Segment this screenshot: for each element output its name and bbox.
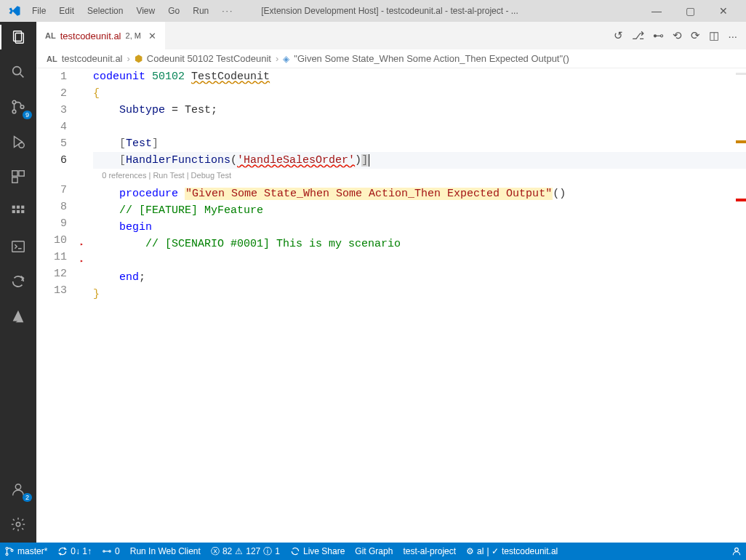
breadcrumb-lang: AL — [47, 55, 57, 63]
breadcrumb-symbol-codeunit[interactable]: Codeunit 50102 TestCodeunit — [147, 53, 271, 64]
svg-rect-17 — [21, 210, 24, 213]
menu-view[interactable]: View — [130, 3, 161, 19]
share-icon[interactable] — [9, 272, 28, 291]
menu-edit[interactable]: Edit — [53, 3, 80, 19]
tab-filename: testcodeunit.al — [60, 31, 121, 41]
explorer-icon[interactable] — [9, 28, 28, 47]
svg-rect-14 — [21, 206, 24, 209]
editor-actions: ↺ ⎇ ⊷ ⟲ ⟳ ◫ ··· — [614, 22, 746, 49]
extensions-icon[interactable] — [9, 167, 28, 186]
maximize-button[interactable]: ▢ — [673, 5, 707, 17]
svg-point-27 — [735, 548, 739, 551]
minimap-overview[interactable] — [736, 68, 746, 204]
timeline-icon[interactable]: ↺ — [614, 29, 623, 42]
menu-file[interactable]: File — [26, 3, 52, 19]
svg-rect-11 — [12, 177, 17, 183]
svg-point-2 — [13, 67, 21, 75]
status-run-web-client[interactable]: Run In Web Client — [130, 546, 201, 556]
activity-bar: 9 2 — [0, 22, 36, 543]
method-icon: ◈ — [283, 54, 289, 64]
svg-rect-13 — [17, 206, 20, 209]
svg-point-8 — [19, 143, 24, 148]
svg-point-4 — [12, 100, 16, 104]
menu-run[interactable]: Run — [187, 3, 214, 19]
branch-icon[interactable]: ⎇ — [632, 29, 644, 42]
svg-point-21 — [6, 547, 8, 549]
window-controls: — ▢ ✕ — [640, 5, 740, 17]
fold-gutter: ▸ ▸ — [80, 68, 93, 543]
editor-pane: AL testcodeunit.al 2, M ✕ ↺ ⎇ ⊷ ⟲ ⟳ ◫ ··… — [36, 22, 746, 543]
menubar: File Edit Selection View Go Run ··· — [26, 3, 239, 19]
breadcrumb-symbol-method[interactable]: "Given Some State_When Some Action_Then … — [294, 53, 569, 64]
accounts-icon[interactable]: 2 — [9, 480, 28, 499]
status-branch[interactable]: master* — [4, 546, 47, 556]
accounts-badge: 2 — [23, 493, 32, 502]
svg-rect-16 — [17, 210, 20, 213]
class-icon: ⬢ — [135, 53, 143, 64]
search-icon[interactable] — [9, 63, 28, 81]
more-actions-icon[interactable]: ··· — [728, 30, 737, 42]
breadcrumb-file[interactable]: testcodeunit.al — [62, 53, 123, 64]
split-editor-icon[interactable]: ◫ — [709, 29, 719, 42]
source-control-icon[interactable]: 9 — [9, 97, 28, 116]
svg-point-25 — [109, 551, 111, 552]
status-problems[interactable]: ⓧ82 ⚠127 ⓘ1 — [211, 545, 280, 558]
svg-rect-10 — [19, 171, 24, 176]
status-language[interactable]: ⚙ al | ✓ testcodeunit.al — [466, 546, 558, 556]
terminal-icon[interactable] — [9, 237, 28, 256]
svg-rect-18 — [12, 241, 25, 252]
next-change-icon[interactable]: ⟳ — [691, 29, 700, 42]
codelens-debug-test[interactable]: Debug Test — [191, 171, 231, 180]
close-button[interactable]: ✕ — [707, 5, 740, 17]
svg-rect-9 — [12, 171, 17, 176]
codelens-references[interactable]: 0 references — [102, 171, 146, 180]
status-feedback-icon[interactable] — [731, 546, 742, 556]
svg-point-22 — [6, 553, 8, 556]
grid-icon[interactable] — [9, 202, 28, 221]
svg-rect-12 — [12, 206, 15, 209]
menu-go[interactable]: Go — [162, 3, 185, 19]
gear-icon: ⚙ — [466, 546, 474, 556]
tab-testcodeunit[interactable]: AL testcodeunit.al 2, M ✕ — [36, 22, 165, 49]
svg-point-23 — [11, 549, 13, 551]
code-editor[interactable]: 123456 78910111213 ▸ ▸ codeunit 50102 Te… — [36, 68, 746, 543]
azure-icon[interactable] — [9, 307, 28, 326]
compare-icon[interactable]: ⊷ — [653, 29, 664, 42]
code-content[interactable]: codeunit 50102 TestCodeunit { Subtype = … — [93, 68, 746, 543]
status-git-graph[interactable]: Git Graph — [355, 546, 393, 556]
status-sync[interactable]: 0↓ 1↑ — [57, 546, 92, 556]
svg-point-24 — [103, 551, 105, 552]
error-icon: ⓧ — [211, 545, 220, 558]
status-project[interactable]: test-al-project — [403, 546, 456, 556]
svg-line-3 — [20, 74, 24, 78]
breadcrumb[interactable]: AL testcodeunit.al › ⬢ Codeunit 50102 Te… — [36, 49, 746, 68]
svg-point-20 — [16, 522, 20, 527]
line-gutter: 123456 78910111213 — [36, 68, 80, 543]
codelens-run-test[interactable]: Run Test — [153, 171, 184, 180]
settings-gear-icon[interactable] — [9, 515, 28, 534]
svg-point-19 — [15, 484, 20, 489]
titlebar: File Edit Selection View Go Run ··· [Ext… — [0, 0, 746, 22]
svg-point-6 — [20, 105, 24, 109]
diff-marker-icon: ▸ — [80, 236, 84, 252]
menu-selection[interactable]: Selection — [81, 3, 129, 19]
run-debug-icon[interactable] — [9, 132, 28, 151]
chevron-right-icon: › — [127, 53, 130, 64]
tab-modified-indicator: 2, M — [126, 31, 141, 40]
status-live-share[interactable]: Live Share — [290, 546, 345, 556]
minimize-button[interactable]: — — [640, 5, 673, 17]
menu-overflow-icon[interactable]: ··· — [216, 3, 239, 19]
tab-lang-badge: AL — [45, 31, 56, 40]
svg-rect-15 — [12, 210, 15, 213]
svg-point-5 — [12, 110, 16, 113]
tab-close-icon[interactable]: ✕ — [145, 31, 156, 41]
svg-marker-7 — [15, 137, 23, 148]
info-icon: ⓘ — [263, 545, 272, 558]
diff-marker-icon: ▸ — [80, 252, 84, 269]
warning-icon: ⚠ — [235, 546, 243, 556]
status-bar: master* 0↓ 1↑ 0 Run In Web Client ⓧ82 ⚠1… — [0, 543, 746, 560]
chevron-right-icon: › — [276, 53, 278, 64]
source-control-badge: 9 — [23, 111, 32, 119]
prev-change-icon[interactable]: ⟲ — [673, 29, 682, 42]
status-port-forward[interactable]: 0 — [102, 546, 120, 556]
